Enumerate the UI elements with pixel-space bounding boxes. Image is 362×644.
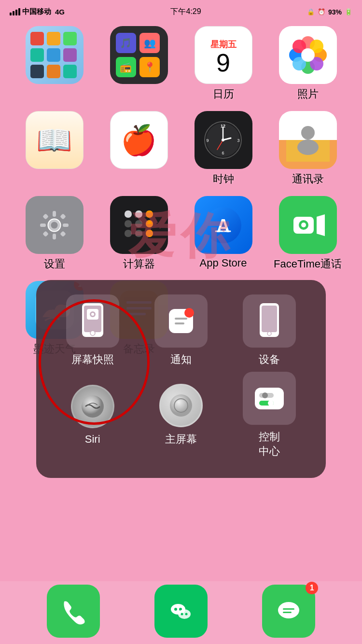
svg-rect-91 [283, 608, 294, 610]
at-control-icon [243, 372, 296, 425]
app-facetime[interactable]: FaceTime通话 [268, 196, 348, 271]
at-siri-label: Siri [85, 433, 100, 446]
svg-point-79 [268, 400, 274, 406]
app-books[interactable]: 📖 [14, 111, 94, 186]
svg-text:A: A [217, 216, 230, 236]
at-device-label: 设备 [259, 352, 280, 367]
battery-icon: 🔋 [345, 8, 352, 15]
at-screenshot-label: 屏幕快照 [71, 352, 114, 367]
at-siri[interactable]: Siri [71, 385, 114, 446]
svg-text:9: 9 [206, 138, 209, 143]
app-appstore-label: App Store [200, 257, 247, 269]
svg-rect-43 [135, 230, 142, 237]
at-home-icon [159, 384, 203, 427]
at-screenshot-icon [66, 294, 119, 348]
svg-point-86 [181, 613, 183, 615]
svg-point-63 [91, 313, 94, 316]
alarm-icon: ⏰ [318, 8, 325, 15]
svg-rect-39 [125, 220, 132, 227]
svg-point-77 [262, 392, 268, 398]
svg-point-66 [184, 308, 194, 318]
carrier: 中国移动 [22, 7, 51, 16]
svg-rect-36 [125, 210, 132, 218]
svg-rect-67 [175, 318, 187, 320]
svg-rect-70 [262, 306, 277, 332]
svg-rect-29 [40, 224, 46, 227]
svg-point-71 [267, 332, 271, 336]
svg-rect-42 [125, 230, 132, 237]
at-siri-icon [71, 385, 114, 428]
svg-rect-30 [63, 224, 69, 227]
svg-point-89 [278, 602, 299, 618]
svg-rect-68 [175, 322, 184, 324]
at-control[interactable]: 控制 中心 [243, 372, 296, 459]
svg-rect-44 [146, 230, 153, 237]
app-calendar-label: 日历 [213, 87, 234, 101]
app-photos-label: 照片 [297, 87, 319, 101]
svg-marker-50 [317, 214, 325, 236]
at-notification-icon [154, 294, 208, 348]
svg-point-8 [301, 48, 315, 62]
app-facetime-label: FaceTime通话 [274, 257, 342, 271]
dock-wechat[interactable] [154, 585, 208, 641]
dock-messages[interactable]: 1 [262, 585, 315, 641]
signal-bars [10, 8, 20, 15]
app-photos[interactable]: 照片 [268, 26, 348, 101]
dock: 1 [0, 581, 362, 644]
svg-rect-92 [283, 612, 292, 613]
app-folder2[interactable]: 🎵 👥 📻 📍 [99, 26, 179, 101]
app-appstore[interactable]: A App Store [183, 196, 263, 271]
svg-point-26 [51, 222, 58, 228]
svg-point-83 [174, 608, 177, 611]
calendar-date: 9 [216, 50, 230, 75]
status-left: 中国移动 4G [10, 7, 65, 16]
dock-phone[interactable] [47, 585, 100, 641]
app-clock-label: 时钟 [213, 172, 234, 186]
app-calendar[interactable]: 星期五 9 日历 [183, 26, 263, 101]
app-contacts[interactable]: 通讯录 [268, 111, 348, 186]
svg-point-52 [301, 223, 306, 227]
battery-percent: 93% [328, 8, 342, 16]
app-clock[interactable]: 12 6 9 3 时钟 [183, 111, 263, 186]
svg-point-85 [178, 609, 191, 619]
svg-rect-75 [255, 388, 284, 409]
assistivetouch-panel: 屏幕快照 通知 设备 [36, 280, 326, 478]
at-device-icon [243, 294, 296, 348]
svg-point-18 [222, 139, 224, 141]
app-settings[interactable]: 设置 [14, 196, 94, 271]
svg-point-64 [90, 331, 95, 336]
status-bar: 中国移动 4G 下午4:29 🔒 ⏰ 93% 🔋 [0, 0, 362, 21]
app-folder1[interactable] [14, 26, 94, 101]
svg-rect-38 [146, 210, 153, 218]
svg-rect-27 [53, 211, 56, 217]
at-home-label: 主屏幕 [165, 432, 197, 447]
app-calculator[interactable]: 计算器 [99, 196, 179, 271]
status-right: 🔒 ⏰ 93% 🔋 [307, 8, 352, 16]
app-health[interactable]: 🍎 [99, 111, 179, 186]
app-calculator-label: 计算器 [123, 257, 155, 271]
svg-text:6: 6 [222, 151, 224, 155]
svg-rect-37 [135, 210, 142, 218]
svg-point-22 [301, 126, 315, 140]
messages-badge: 1 [306, 582, 318, 594]
svg-rect-40 [135, 220, 142, 227]
svg-rect-28 [53, 234, 56, 239]
svg-point-73 [170, 394, 192, 417]
svg-point-87 [185, 613, 188, 615]
app-contacts-label: 通讯录 [292, 172, 324, 186]
lock-icon: 🔒 [307, 8, 315, 15]
calendar-day: 星期五 [195, 35, 252, 50]
at-notification-label: 通知 [170, 352, 192, 367]
svg-rect-41 [146, 220, 153, 227]
at-notification[interactable]: 通知 [154, 294, 208, 367]
svg-point-23 [297, 140, 319, 155]
at-device[interactable]: 设备 [243, 294, 296, 367]
at-home[interactable]: 主屏幕 [159, 384, 203, 447]
at-screenshot[interactable]: 屏幕快照 [66, 294, 119, 367]
at-control-label: 控制 中心 [259, 430, 280, 459]
svg-text:3: 3 [237, 138, 239, 143]
network: 4G [55, 8, 65, 16]
status-time: 下午4:29 [170, 7, 201, 17]
app-settings-label: 设置 [44, 257, 65, 271]
